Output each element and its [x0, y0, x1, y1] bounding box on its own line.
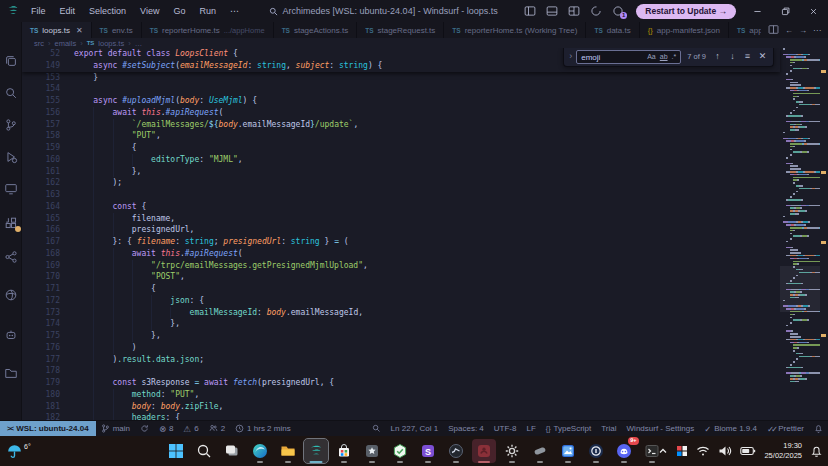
command-center[interactable]: Archimedes [WSL: ubuntu-24.04] - Windsur…	[246, 6, 520, 16]
problems-errors[interactable]: ⊗8	[154, 421, 179, 436]
menu-file[interactable]: File	[24, 6, 53, 16]
restart-to-update-button[interactable]: Restart to Update →	[636, 4, 736, 19]
extensions-icon[interactable]	[0, 212, 22, 234]
menu-[interactable]: ⋯	[223, 6, 246, 16]
taskbar-app-red-icon[interactable]	[472, 439, 496, 463]
code-editor[interactable]: 153 }154 155 async #uploadMjml(body: Use…	[22, 48, 828, 420]
tab-reporterhome.ts[interactable]: TSreporterHome.ts.../appHome	[142, 22, 274, 38]
taskbar-taskbar-search-icon[interactable]	[192, 439, 216, 463]
whole-word-toggle[interactable]: ab	[660, 51, 668, 63]
trial[interactable]: Trial	[596, 421, 621, 436]
tab-env.ts[interactable]: TSenv.ts	[92, 22, 142, 38]
problems-warnings[interactable]: ⚠6	[179, 421, 204, 436]
tab-stagerequest.ts[interactable]: TSstageRequest.ts	[357, 22, 444, 38]
layout-panel-icon[interactable]	[542, 2, 562, 20]
breadcrumb-item[interactable]: …	[135, 39, 143, 48]
minimize-button[interactable]	[744, 0, 770, 22]
encoding[interactable]: UTF-8	[489, 421, 522, 436]
tray-chevron-up-icon[interactable]	[658, 446, 668, 456]
language-mode[interactable]: {}TypeScript	[541, 421, 596, 436]
taskbar-edge-icon[interactable]	[248, 439, 272, 463]
taskbar-task-view-icon[interactable]	[220, 439, 244, 463]
menu-run[interactable]: Run	[192, 6, 223, 16]
taskbar-app-hexagon-icon[interactable]	[388, 439, 412, 463]
minimap[interactable]	[780, 48, 820, 420]
accounts[interactable]: 2	[204, 421, 230, 436]
prettier[interactable]: ✓✓Prettier	[762, 421, 809, 436]
taskbar-store-icon[interactable]	[332, 439, 356, 463]
git-sync[interactable]	[135, 421, 154, 436]
taskbar-windsurf-icon[interactable]	[304, 439, 328, 463]
notification-bell-icon[interactable]	[810, 445, 823, 458]
taskbar-onepassword-icon[interactable]	[584, 439, 608, 463]
overview-ruler[interactable]	[820, 48, 828, 420]
breadcrumb-item[interactable]: emails	[55, 39, 77, 48]
layout-sidebar-icon[interactable]	[520, 2, 540, 20]
eol[interactable]: LF	[521, 421, 540, 436]
match-case-toggle[interactable]: Aa	[647, 51, 656, 63]
taskbar-app-star-icon[interactable]	[360, 439, 384, 463]
battery-icon[interactable]	[740, 446, 756, 456]
source-control-icon[interactable]	[0, 114, 22, 136]
search-icon[interactable]	[0, 82, 22, 104]
menu-edit[interactable]: Edit	[53, 6, 83, 16]
taskbar-app-pill-icon[interactable]	[528, 439, 552, 463]
taskbar-app-purple-s-icon[interactable]: S	[416, 439, 440, 463]
browser-preview-icon[interactable]	[0, 284, 22, 306]
tray-app-icon[interactable]	[676, 445, 688, 457]
explorer-folder-icon[interactable]	[0, 362, 22, 384]
find-previous-button[interactable]: ↑	[712, 51, 723, 63]
menu-go[interactable]: Go	[166, 6, 192, 16]
tab-reporterhome.ts-working-tree-[interactable]: TSreporterHome.ts (Working Tree)	[444, 22, 586, 38]
tab-stageactions.ts[interactable]: TSstageActions.ts	[274, 22, 358, 38]
more-actions-icon[interactable]: ⋯	[813, 26, 821, 35]
tab-apphome[interactable]: TSappHome	[729, 22, 761, 38]
find-in-selection-button[interactable]: ≡	[742, 51, 753, 63]
taskbar-start-icon[interactable]	[164, 439, 188, 463]
remote-indicator[interactable]: ><WSL: ubuntu-24.04	[0, 421, 96, 436]
taskbar-photos-icon[interactable]	[556, 439, 580, 463]
taskbar-discord-icon[interactable]: 9+	[612, 439, 636, 463]
tab-loops.ts[interactable]: TSloops.ts✕	[22, 22, 92, 38]
find-next-button[interactable]: ↓	[727, 51, 738, 63]
copy-pages-icon[interactable]	[0, 50, 22, 72]
menu-selection[interactable]: Selection	[82, 6, 133, 16]
regex-toggle[interactable]: .*	[672, 51, 677, 63]
layout-customize-icon[interactable]	[564, 2, 584, 20]
breadcrumb-item[interactable]: loops.ts	[98, 39, 124, 48]
references-icon[interactable]	[0, 246, 22, 268]
taskbar-weather[interactable]: 6°	[6, 436, 31, 466]
find-expand-icon[interactable]: ›	[569, 51, 572, 63]
find-input[interactable]	[581, 53, 643, 62]
close-button[interactable]	[800, 0, 826, 22]
nav-forward-icon[interactable]: →	[799, 26, 807, 35]
restore-button[interactable]	[772, 0, 798, 22]
status-search[interactable]	[367, 421, 386, 436]
breadcrumb-item[interactable]: src	[34, 39, 44, 48]
wifi-icon[interactable]	[696, 445, 710, 457]
cursor-position[interactable]: Ln 227, Col 1	[386, 421, 444, 436]
indentation[interactable]: Spaces: 4	[443, 421, 489, 436]
nav-back-icon[interactable]: ←	[785, 26, 793, 35]
biome[interactable]: ✓Biome 1.9.4	[699, 421, 762, 436]
split-editor-icon[interactable]	[768, 24, 779, 37]
taskbar-settings-icon[interactable]	[500, 439, 524, 463]
taskbar-file-explorer-icon[interactable]	[276, 439, 300, 463]
cascade-icon[interactable]	[0, 324, 22, 346]
tab-app-manifest.json[interactable]: {}app-manifest.json	[640, 22, 729, 38]
tab-data.ts[interactable]: TSdata.ts	[586, 22, 639, 38]
cascade-circle-icon[interactable]	[586, 2, 606, 20]
find-close-button[interactable]: ✕	[757, 51, 768, 63]
taskbar-app-circle-icon[interactable]	[444, 439, 468, 463]
tray-clock[interactable]: 19:30 25/02/2025	[764, 441, 802, 461]
session-timer[interactable]: 1 hrs 2 mins	[230, 421, 296, 436]
git-branch[interactable]: main	[96, 421, 135, 436]
remote-explorer-icon[interactable]	[0, 178, 22, 200]
windsurf-settings[interactable]: Windsurf - Settings	[622, 421, 700, 436]
notifications-bell[interactable]	[809, 421, 828, 436]
account-icon[interactable]: 1	[608, 2, 628, 20]
menu-view[interactable]: View	[133, 6, 166, 16]
volume-icon[interactable]	[718, 445, 732, 457]
run-debug-icon[interactable]	[0, 146, 22, 168]
tab-close-icon[interactable]: ✕	[76, 26, 83, 35]
